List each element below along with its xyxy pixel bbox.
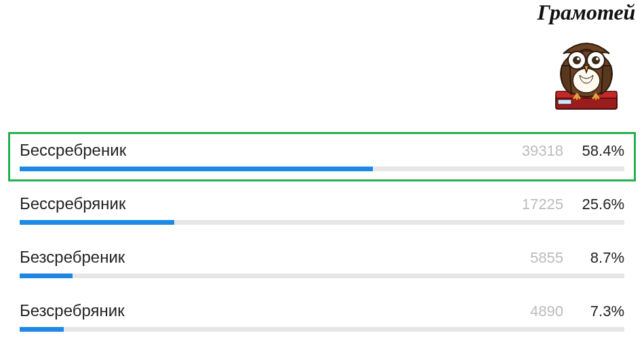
vote-percent: 58.4% <box>577 142 624 160</box>
progress-fill <box>20 327 64 332</box>
option-label: Безсребреник <box>20 248 502 267</box>
option-label: Бессребреник <box>20 141 502 160</box>
brand-title: Грамотей <box>529 0 644 25</box>
vote-percent: 8.7% <box>577 249 624 267</box>
brand-header: Грамотей <box>529 0 644 114</box>
poll-option[interactable]: Безсребреник 5855 8.7% <box>8 239 636 288</box>
vote-count: 5855 <box>516 249 563 267</box>
svg-point-8 <box>592 56 600 64</box>
option-label: Безсребряник <box>20 301 502 320</box>
poll-option[interactable]: Безсребряник 4890 7.3% <box>8 292 636 342</box>
progress-fill <box>20 274 73 278</box>
vote-count: 4890 <box>516 303 563 320</box>
poll-option[interactable]: Бессребряник 17225 25.6% <box>8 185 636 235</box>
vote-count: 17225 <box>516 196 563 213</box>
poll-options: Бессребреник 39318 58.4% Бессребряник 17… <box>8 132 636 346</box>
svg-point-9 <box>577 58 580 60</box>
progress-track <box>20 327 624 332</box>
progress-track <box>20 167 624 171</box>
progress-track <box>20 220 624 225</box>
vote-percent: 25.6% <box>577 196 624 213</box>
option-label: Бессребряник <box>20 194 502 213</box>
vote-count: 39318 <box>516 142 563 160</box>
poll-option[interactable]: Бессребреник 39318 58.4% <box>8 132 636 181</box>
svg-rect-2 <box>558 100 571 104</box>
progress-fill <box>20 220 174 225</box>
svg-point-7 <box>573 56 581 64</box>
vote-percent: 7.3% <box>577 303 624 320</box>
owl-icon <box>529 26 644 114</box>
svg-point-10 <box>596 58 599 60</box>
progress-track <box>20 274 624 278</box>
progress-fill <box>20 167 373 171</box>
